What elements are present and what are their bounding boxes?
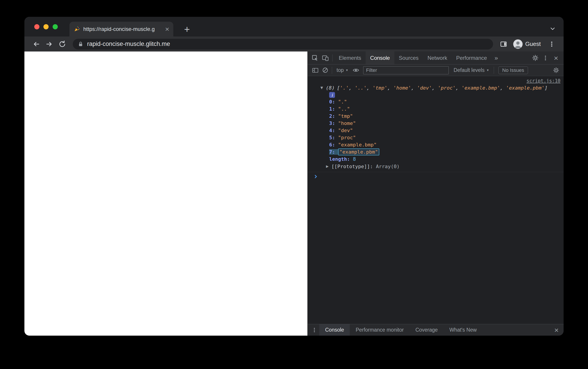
preview-string: 'tmp' — [373, 85, 387, 91]
entry-index: 1: — [329, 106, 338, 112]
close-window-button[interactable] — [34, 24, 40, 29]
log-levels-label: Default levels — [454, 67, 485, 73]
collapse-expander-icon[interactable]: ▼ — [320, 84, 326, 91]
preview-separator: , — [366, 85, 373, 91]
separator — [332, 54, 333, 62]
new-tab-button[interactable]: + — [181, 23, 193, 36]
entry-value: ".." — [338, 106, 350, 112]
entry-value: "." — [338, 99, 347, 104]
length-row: length: 8 — [313, 156, 560, 163]
settings-gear-icon[interactable] — [530, 53, 540, 63]
log-levels-dropdown[interactable]: Default levels ▼ — [451, 67, 492, 73]
avatar — [513, 39, 523, 49]
tab-network[interactable]: Network — [423, 51, 452, 64]
devtools-main-tabs: ElementsConsoleSourcesNetworkPerformance — [334, 51, 491, 64]
tab-title: https://rapid-concise-muscle.g — [83, 26, 162, 32]
console-array-entry[interactable]: 2: "tmp" — [313, 113, 560, 120]
tab-close-icon[interactable]: × — [165, 26, 169, 33]
devtools-tab-bar: ElementsConsoleSourcesNetworkPerformance… — [308, 51, 564, 64]
console-prompt[interactable] — [308, 172, 564, 178]
browser-menu-kebab-icon[interactable] — [545, 38, 558, 51]
devtools-menu-kebab-icon[interactable] — [540, 53, 551, 63]
console-array-entry[interactable]: 4: "dev" — [313, 127, 560, 134]
party-popper-favicon-icon — [73, 26, 80, 32]
console-array-entry[interactable]: 5: "proc" — [313, 134, 560, 141]
back-button[interactable] — [30, 38, 43, 51]
key-value-separator: : — [347, 156, 353, 162]
preview-separator: , — [500, 85, 506, 91]
browser-toolbar: rapid-concise-muscle.glitch.me Guest — [24, 37, 564, 51]
tab-strip: https://rapid-concise-muscle.g × + — [24, 17, 564, 37]
console-output: script.js:10 ▼(8)['.', '..', 'tmp', 'hom… — [308, 76, 564, 324]
tab-console[interactable]: Console — [366, 51, 394, 64]
tab-elements[interactable]: Elements — [334, 51, 366, 64]
tab-sources[interactable]: Sources — [394, 51, 423, 64]
browser-tab[interactable]: https://rapid-concise-muscle.g × — [70, 22, 173, 37]
array-preview-items: '.', '..', 'tmp', 'home', 'dev', 'proc',… — [340, 85, 545, 91]
preview-separator: , — [411, 85, 417, 91]
entry-index: 2: — [329, 113, 338, 119]
entry-index: 6: — [329, 142, 338, 148]
clear-console-icon[interactable] — [320, 65, 330, 75]
more-tabs-button[interactable]: » — [491, 54, 501, 62]
console-array-entry[interactable]: 3: "home" — [313, 120, 560, 127]
minimize-window-button[interactable] — [43, 24, 49, 29]
preview-separator: , — [387, 85, 393, 91]
page-viewport — [24, 51, 307, 336]
preview-string: 'dev' — [417, 85, 432, 91]
drawer-menu-kebab-icon[interactable] — [309, 325, 319, 335]
side-panel-button[interactable] — [497, 38, 510, 51]
console-array-entry[interactable]: 1: ".." — [313, 105, 560, 113]
console-sidebar-icon[interactable] — [310, 65, 320, 75]
devtools-drawer: ConsolePerformance monitorCoverageWhat's… — [308, 324, 564, 336]
forward-button[interactable] — [43, 38, 56, 51]
reload-button[interactable] — [56, 38, 69, 51]
open-bracket: [ — [337, 85, 340, 91]
prototype-row[interactable]: ▶[[Prototype]]: Array(0) — [313, 163, 560, 170]
issues-counter[interactable]: No Issues — [498, 66, 528, 74]
source-link[interactable]: script.js:10 — [313, 77, 560, 84]
entry-index: 7: — [329, 149, 338, 155]
fullscreen-window-button[interactable] — [53, 24, 58, 29]
prototype-value: Array(0) — [376, 164, 400, 169]
drawer-tabs: ConsolePerformance monitorCoverageWhat's… — [319, 324, 483, 336]
tab-search-chevron-icon[interactable] — [549, 25, 556, 33]
device-toolbar-icon[interactable] — [320, 53, 331, 63]
drawer-tab-coverage[interactable]: Coverage — [410, 324, 444, 336]
context-selector-label: top — [336, 67, 344, 73]
preview-string: '..' — [355, 85, 366, 91]
entry-value: "example.pbm" — [338, 148, 379, 155]
devtools-close-icon[interactable]: × — [551, 54, 561, 62]
inspect-element-icon[interactable] — [310, 53, 320, 63]
console-array-entry[interactable]: 6: "example.bmp" — [313, 141, 560, 148]
console-settings-gear-icon[interactable] — [551, 65, 561, 75]
array-preview-row[interactable]: ▼(8)['.', '..', 'tmp', 'home', 'dev', 'p… — [313, 84, 560, 92]
entry-value: "dev" — [338, 128, 353, 133]
preview-string: 'example.pbm' — [506, 85, 545, 91]
preview-separator: , — [349, 85, 355, 91]
lock-icon[interactable] — [77, 41, 84, 48]
preview-separator: , — [432, 85, 438, 91]
console-filter-input[interactable] — [363, 66, 449, 74]
profile-chip[interactable]: Guest — [510, 39, 545, 49]
preview-separator: , — [456, 85, 462, 91]
entry-index: 3: — [329, 121, 338, 126]
drawer-close-icon[interactable]: × — [551, 326, 562, 334]
address-bar[interactable]: rapid-concise-muscle.glitch.me — [73, 39, 493, 50]
array-count: (8) — [326, 85, 335, 91]
preview-string: 'home' — [393, 85, 411, 91]
drawer-tab-what-s-new[interactable]: What's New — [444, 324, 483, 336]
separator — [332, 67, 332, 74]
drawer-tab-performance-monitor[interactable]: Performance monitor — [350, 324, 410, 336]
live-expression-eye-icon[interactable] — [351, 65, 361, 75]
devtools-panel: ElementsConsoleSourcesNetworkPerformance… — [307, 51, 564, 336]
context-selector[interactable]: top ▼ — [334, 67, 351, 73]
tab-performance[interactable]: Performance — [452, 51, 491, 64]
entry-index: 0: — [329, 99, 338, 104]
console-array-entry[interactable]: 7: "example.pbm" — [313, 148, 560, 156]
console-array-entry[interactable]: 0: "." — [313, 98, 560, 105]
drawer-tab-console[interactable]: Console — [319, 324, 350, 336]
preview-string: '.' — [340, 85, 349, 91]
window-content: ElementsConsoleSourcesNetworkPerformance… — [24, 51, 564, 336]
expand-prototype-icon[interactable]: ▶ — [326, 163, 331, 170]
